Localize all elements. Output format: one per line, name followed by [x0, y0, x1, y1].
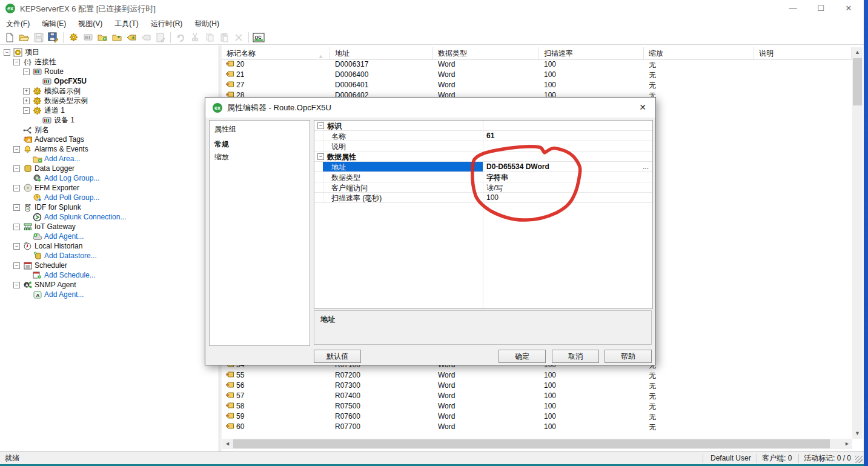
tree-expander-icon[interactable]: −	[13, 185, 20, 191]
tree-item--[interactable]: +数据类型示例	[23, 96, 88, 105]
tree-item-scheduler[interactable]: −Scheduler	[13, 261, 67, 270]
property-row-地址[interactable]: 地址D0-D65534 DWord...	[314, 162, 652, 172]
tree-item-local-historian[interactable]: −Local Historian	[13, 241, 82, 251]
group-item-general[interactable]: 常规	[214, 139, 305, 150]
ok-button[interactable]: 确定	[499, 350, 546, 363]
horizontal-scroll-thumb[interactable]	[233, 439, 830, 448]
horizontal-scrollbar[interactable]: ◄►	[222, 439, 852, 449]
table-row-tag-55[interactable]: 55R07200Word100无	[222, 370, 852, 381]
tree-item-idf-for-splunk[interactable]: −IDFIDF for Splunk	[13, 202, 81, 212]
menu-item-5[interactable]: 帮助(H)	[188, 17, 225, 30]
table-row-tag-21[interactable]: 21D0006400Word100无	[222, 70, 852, 80]
tree-item--[interactable]: −{:}连接性	[13, 57, 56, 67]
minimize-button[interactable]: —	[784, 1, 802, 16]
property-row-客户端访问[interactable]: 客户端访问读/写	[314, 182, 652, 193]
tree-expander-icon[interactable]: −	[23, 68, 30, 75]
browse-ellipsis-button[interactable]: ...	[643, 162, 649, 171]
menu-item-0[interactable]: 文件(F)	[0, 17, 36, 30]
tree-item-opcfx5u[interactable]: OpcFX5U	[33, 76, 87, 86]
tree-expander-icon[interactable]: −	[13, 282, 20, 288]
table-row-tag-60[interactable]: 60R07700Word100无	[222, 422, 852, 432]
menu-item-2[interactable]: 视图(V)	[72, 17, 108, 30]
table-row-tag-58[interactable]: 58R07500Word100无	[222, 401, 852, 411]
tree-item--[interactable]: +模拟器示例	[23, 86, 81, 96]
column-header-2[interactable]: 数据类型	[433, 47, 539, 59]
vertical-scrollbar[interactable]: ▲▼	[852, 47, 863, 439]
table-row-tag-56[interactable]: 56R07300Word100无	[222, 381, 852, 391]
close-button[interactable]: ✕	[840, 1, 858, 16]
menu-item-3[interactable]: 工具(T)	[108, 17, 144, 30]
column-header-3[interactable]: 扫描速率	[539, 47, 644, 59]
tree-item--1[interactable]: −通道 1	[23, 105, 65, 115]
tree-expander-icon[interactable]: −	[23, 107, 30, 114]
column-header-5[interactable]: 说明	[754, 47, 852, 59]
vertical-scroll-thumb[interactable]	[853, 58, 862, 105]
tree-item--[interactable]: 别名	[13, 125, 49, 135]
open-project-icon[interactable]	[17, 31, 31, 44]
tree-item--[interactable]: −项目	[4, 47, 39, 57]
cancel-button[interactable]: 取消	[552, 350, 599, 363]
tree-expander-icon[interactable]: −	[13, 59, 20, 65]
tree-item-add-poll-group-[interactable]: Add Poll Group...	[23, 193, 99, 202]
tree-expander-icon[interactable]: −	[4, 49, 10, 56]
property-value[interactable]: 100	[486, 193, 499, 202]
column-header-1[interactable]: 地址	[330, 47, 433, 59]
property-value[interactable]: D0-D65534 DWord	[486, 162, 549, 171]
tree-expander-icon[interactable]: −	[13, 165, 20, 172]
new-tag-folder-icon[interactable]: *	[110, 31, 124, 44]
tree-item-iot-gateway[interactable]: −IoT Gateway	[13, 222, 76, 231]
menu-item-4[interactable]: 运行时(R)	[145, 17, 189, 30]
tree-item-add-area-[interactable]: Add Area...	[23, 154, 80, 164]
menu-item-1[interactable]: 编辑(E)	[36, 17, 72, 30]
tree-expander-icon[interactable]: −	[13, 262, 20, 269]
column-header-0[interactable]: 标记名称▲	[222, 47, 330, 59]
defaults-button[interactable]: 默认值	[314, 350, 361, 363]
dialog-close-icon[interactable]: ✕	[635, 101, 651, 114]
tree-item-route[interactable]: −Route	[23, 67, 64, 76]
tree-item-add-splunk-connection-[interactable]: Add Splunk Connection...	[23, 212, 126, 222]
property-row-说明[interactable]: 说明	[314, 141, 652, 151]
tree-expander-icon[interactable]: −	[13, 243, 20, 250]
collapse-icon[interactable]: −	[317, 122, 324, 129]
tree-item-add-log-group-[interactable]: Add Log Group...	[23, 173, 99, 183]
column-header-4[interactable]: 缩放	[644, 47, 754, 59]
help-button[interactable]: 帮助	[605, 350, 652, 363]
scroll-left-icon[interactable]: ◄	[222, 439, 233, 449]
tree-item-snmp-agent[interactable]: −ASNMP Agent	[13, 280, 76, 290]
tree-item-efm-exporter[interactable]: −EFM Exporter	[13, 183, 79, 193]
table-row-tag-27[interactable]: 27D0006401Word100无	[222, 80, 852, 90]
tree-item-add-schedule-[interactable]: Add Schedule...	[23, 270, 96, 280]
tree-expander-icon[interactable]: −	[13, 146, 20, 153]
tree-expander-icon[interactable]: −	[13, 224, 20, 230]
scroll-up-icon[interactable]: ▲	[852, 47, 863, 58]
table-row-tag-57[interactable]: 57R07400Word100无	[222, 391, 852, 401]
scroll-right-icon[interactable]: ►	[842, 439, 852, 449]
property-row-数据类型[interactable]: 数据类型字符串	[314, 172, 652, 182]
tree-expander-icon[interactable]: −	[13, 204, 20, 211]
tree-item-add-agent-[interactable]: AAdd Agent...	[23, 290, 84, 299]
table-row-tag-20[interactable]: 20D0006317Word100无	[222, 59, 852, 70]
grid-group-数据属性[interactable]: −数据属性	[314, 151, 652, 162]
tree-item-alarms-events[interactable]: −Alarms & Events	[13, 144, 88, 154]
table-row-tag-59[interactable]: 59R07600Word100无	[222, 411, 852, 422]
tree-item-advanced-tags[interactable]: A+Advanced Tags	[13, 135, 84, 144]
grid-group-标识[interactable]: −标识	[314, 121, 652, 131]
group-item-scaling[interactable]: 缩放	[214, 152, 305, 162]
new-channel-icon[interactable]	[66, 31, 81, 44]
tree-expander-icon[interactable]: +	[23, 98, 30, 104]
maximize-button[interactable]: ☐	[812, 1, 830, 16]
property-value[interactable]: 61	[486, 131, 494, 140]
property-row-扫描速率 (毫秒)[interactable]: 扫描速率 (毫秒)100	[314, 193, 652, 203]
quick-client-icon[interactable]: QC	[251, 31, 266, 44]
save-as-icon[interactable]	[46, 31, 61, 44]
scroll-down-icon[interactable]: ▼	[852, 428, 863, 439]
property-row-名称[interactable]: 名称61	[314, 131, 652, 141]
new-tag-icon[interactable]: *	[124, 31, 139, 44]
tree-item--1[interactable]: 设备 1	[33, 115, 75, 125]
tree-expander-icon[interactable]: +	[23, 88, 30, 95]
new-project-icon[interactable]	[2, 31, 17, 44]
new-tag-group-icon[interactable]	[95, 31, 110, 44]
tree-item-data-logger[interactable]: −Data Logger	[13, 164, 75, 173]
resize-grip[interactable]	[855, 456, 863, 463]
tree-item-add-datastore-[interactable]: Add Datastore...	[23, 251, 97, 261]
